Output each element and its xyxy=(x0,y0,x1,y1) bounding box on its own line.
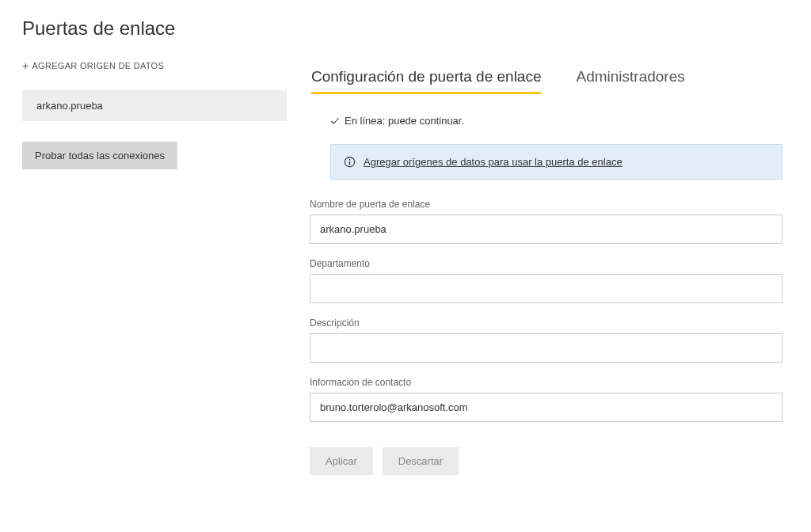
tab-administrators[interactable]: Administradores xyxy=(576,68,684,94)
page-title: Puertas de enlace xyxy=(22,17,287,40)
contact-info-input[interactable] xyxy=(310,393,782,422)
add-data-source-link[interactable]: + AGREGAR ORIGEN DE DATOS xyxy=(22,60,287,71)
svg-point-1 xyxy=(349,159,351,161)
add-data-source-label: AGREGAR ORIGEN DE DATOS xyxy=(32,61,164,70)
contact-info-label: Información de contacto xyxy=(310,377,782,388)
tab-gateway-config[interactable]: Configuración de puerta de enlace xyxy=(311,68,541,94)
gateway-name-label: Nombre de puerta de enlace xyxy=(310,199,782,210)
description-input[interactable] xyxy=(310,333,782,363)
status-text: En línea: puede continuar. xyxy=(345,115,464,127)
gateway-list-item[interactable]: arkano.prueba xyxy=(22,90,287,121)
discard-button[interactable]: Descartar xyxy=(383,447,459,475)
department-input[interactable] xyxy=(310,274,782,303)
add-data-sources-banner-link[interactable]: Agregar orígenes de datos para usar la p… xyxy=(364,156,623,168)
plus-icon: + xyxy=(22,60,29,71)
test-all-connections-button[interactable]: Probar todas las conexiones xyxy=(22,142,177,169)
status-row: En línea: puede continuar. xyxy=(330,115,782,127)
tabs: Configuración de puerta de enlace Admini… xyxy=(311,68,782,94)
svg-rect-2 xyxy=(349,162,350,165)
check-icon xyxy=(330,116,340,126)
gateway-item-label: arkano.prueba xyxy=(36,100,103,112)
info-banner: Agregar orígenes de datos para usar la p… xyxy=(330,144,782,180)
apply-button[interactable]: Aplicar xyxy=(310,447,373,475)
gateway-name-input[interactable] xyxy=(310,215,782,244)
description-label: Descripción xyxy=(310,317,782,329)
department-label: Departamento xyxy=(310,258,782,269)
info-icon xyxy=(344,156,356,168)
